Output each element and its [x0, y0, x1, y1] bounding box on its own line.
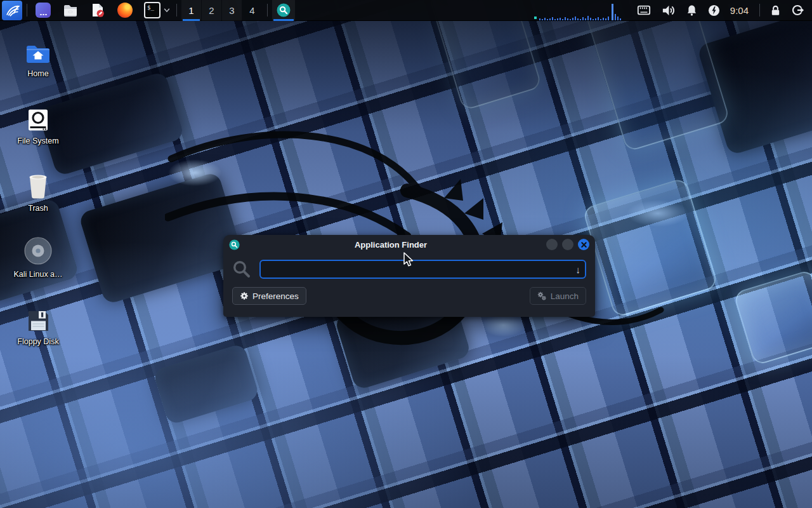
file-manager-launcher[interactable] — [62, 1, 79, 20]
workspace-switcher: 1 2 3 4 — [181, 0, 263, 21]
lock-icon — [769, 4, 782, 17]
folder-icon — [63, 3, 78, 18]
logout-button[interactable] — [792, 4, 804, 17]
window-titlebar[interactable]: Application Finder — [223, 235, 595, 254]
close-icon — [581, 242, 587, 248]
volume-tray-button[interactable] — [661, 3, 676, 18]
workspace-3-button[interactable]: 3 — [222, 0, 242, 21]
search-entry: ↓ — [259, 260, 586, 279]
application-finder-titlebar-icon — [229, 239, 240, 250]
workspace-4-button[interactable]: 4 — [242, 0, 262, 21]
desktop-icon-file-system[interactable]: File System — [8, 103, 69, 145]
preferences-label: Preferences — [252, 291, 299, 301]
firefox-icon — [117, 3, 133, 18]
launch-label: Launch — [551, 291, 579, 301]
workspace-2-label: 2 — [209, 5, 214, 16]
terminal-launcher[interactable]: $_ — [144, 1, 160, 20]
home-folder-icon — [25, 43, 51, 65]
keyboard-tray-button[interactable] — [637, 3, 651, 17]
volume-icon — [661, 3, 676, 18]
window-title: Application Finder — [240, 240, 542, 250]
launch-button[interactable]: Launch — [530, 287, 586, 305]
terminal-icon: $_ — [144, 2, 160, 18]
document-edit-icon — [90, 3, 105, 18]
panel-separator — [176, 4, 177, 17]
panel-clock[interactable]: 9:04 — [730, 5, 749, 16]
logout-icon — [792, 4, 804, 17]
desktop-icon-label: Floppy Disk — [17, 337, 58, 346]
notifications-tray-button[interactable] — [686, 4, 698, 17]
close-button[interactable] — [578, 239, 589, 250]
system-tray: 9:04 — [533, 0, 812, 21]
files-app-launcher[interactable] — [35, 1, 51, 20]
optical-disc-icon — [23, 236, 53, 265]
desktop-icon-floppy-disk[interactable]: Floppy Disk — [8, 304, 69, 346]
keyboard-icon — [637, 3, 651, 17]
desktop-icon-label: Trash — [28, 204, 48, 213]
panel-separator — [759, 4, 760, 17]
active-task-underline — [273, 19, 294, 21]
kali-dragon-silhouette — [165, 83, 672, 375]
chevron-down-icon — [163, 6, 171, 14]
window-body: ↓ Preferences — [223, 254, 595, 305]
lock-screen-button[interactable] — [769, 4, 782, 17]
workspace-2-button[interactable]: 2 — [202, 0, 221, 21]
power-manager-tray-button[interactable] — [708, 4, 720, 17]
cpu-graph[interactable] — [533, 0, 628, 21]
bell-icon — [686, 4, 698, 17]
search-icon — [232, 260, 251, 279]
workspace-1-button[interactable]: 1 — [181, 0, 201, 21]
workspace-1-label: 1 — [188, 5, 193, 16]
workspace-4-label: 4 — [249, 5, 254, 16]
firefox-launcher[interactable] — [117, 1, 133, 20]
launcher-bar: $_ — [35, 1, 160, 20]
active-workspace-underline — [183, 19, 200, 21]
preferences-button[interactable]: Preferences — [232, 287, 306, 305]
desktop-icon-kali-cd[interactable]: Kali Linux a… — [8, 236, 69, 279]
desktop-screen: $_ 1 2 3 4 — [0, 0, 812, 508]
minimize-button[interactable] — [546, 239, 558, 250]
top-panel: $_ 1 2 3 4 — [0, 0, 812, 21]
window-app-icon — [36, 3, 51, 18]
workspace-3-label: 3 — [229, 5, 234, 16]
floppy-disk-icon — [27, 309, 50, 333]
power-bolt-icon — [708, 4, 720, 17]
trash-icon — [27, 173, 49, 199]
desktop-icon-label: File System — [17, 137, 58, 145]
dropdown-arrow-icon[interactable]: ↓ — [576, 263, 581, 276]
panel-separator — [267, 4, 268, 17]
desktop-icon-home[interactable]: Home — [8, 36, 69, 78]
launch-gears-icon — [537, 291, 547, 301]
application-finder-window: Application Finder ↓ — [223, 235, 595, 317]
desktop-icon-label: Home — [27, 69, 48, 78]
text-editor-launcher[interactable] — [89, 1, 106, 20]
desktop-icon-label: Kali Linux a… — [13, 270, 62, 279]
terminal-dropdown-button[interactable] — [162, 1, 172, 20]
kali-dragon-icon — [4, 2, 20, 18]
applications-menu-button[interactable] — [2, 1, 22, 20]
gear-icon — [240, 291, 249, 300]
desktop-icon-trash[interactable]: Trash — [8, 170, 69, 213]
application-finder-icon — [277, 3, 291, 17]
maximize-button[interactable] — [562, 239, 573, 250]
taskbar-application-finder-button[interactable] — [272, 0, 295, 21]
search-input[interactable] — [261, 261, 585, 277]
hard-drive-icon — [27, 109, 49, 132]
panel-separator — [27, 4, 27, 17]
